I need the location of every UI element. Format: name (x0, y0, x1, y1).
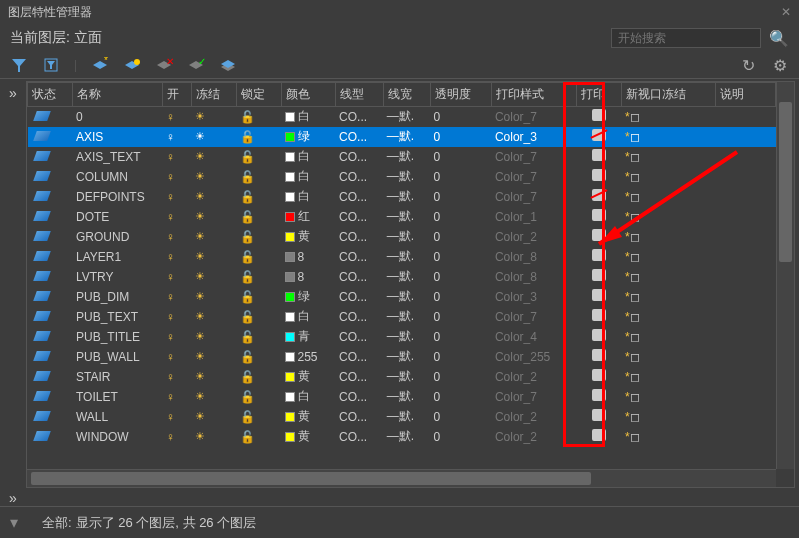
layer-name-cell[interactable]: AXIS_TEXT (72, 147, 162, 167)
lineweight-cell[interactable]: —默. (383, 127, 430, 147)
bulb-icon[interactable]: ♀ (162, 227, 191, 247)
lineweight-cell[interactable]: —默. (383, 307, 430, 327)
desc-cell[interactable] (716, 427, 776, 447)
new-vp-cell[interactable]: *◻ (621, 327, 715, 347)
plotstyle-cell[interactable]: Color_7 (491, 147, 576, 167)
new-vp-cell[interactable]: *◻ (621, 167, 715, 187)
new-vp-cell[interactable]: *◻ (621, 247, 715, 267)
plot-cell[interactable] (576, 367, 621, 387)
new-vp-cell[interactable]: *◻ (621, 187, 715, 207)
layer-row[interactable]: PUB_WALL ♀ ☀ 🔓 255 CO... —默. 0 Color_255… (28, 347, 776, 367)
color-cell[interactable]: 红 (281, 207, 336, 227)
lock-icon[interactable]: 🔓 (236, 267, 281, 287)
vertical-scrollbar[interactable] (776, 82, 794, 469)
linetype-cell[interactable]: CO... (336, 167, 384, 187)
col-lock[interactable]: 锁定 (236, 83, 281, 107)
search-box[interactable] (611, 28, 761, 48)
new-vp-cell[interactable]: *◻ (621, 107, 715, 127)
layer-name-cell[interactable]: PUB_WALL (72, 347, 162, 367)
lineweight-cell[interactable]: —默. (383, 147, 430, 167)
sun-icon[interactable]: ☀ (191, 227, 236, 247)
layer-name-cell[interactable]: GROUND (72, 227, 162, 247)
plot-cell[interactable] (576, 327, 621, 347)
settings-icon[interactable]: ⚙ (771, 56, 789, 74)
layer-name-cell[interactable]: AXIS (72, 127, 162, 147)
linetype-cell[interactable]: CO... (336, 247, 384, 267)
layer-row[interactable]: COLUMN ♀ ☀ 🔓 白 CO... —默. 0 Color_7 *◻ (28, 167, 776, 187)
sun-icon[interactable]: ☀ (191, 367, 236, 387)
bulb-icon[interactable]: ♀ (162, 147, 191, 167)
lock-icon[interactable]: 🔓 (236, 427, 281, 447)
linetype-cell[interactable]: CO... (336, 427, 384, 447)
plotstyle-cell[interactable]: Color_7 (491, 307, 576, 327)
delete-layer-icon[interactable]: ✕ (155, 56, 173, 74)
transparency-cell[interactable]: 0 (430, 107, 491, 127)
transparency-cell[interactable]: 0 (430, 227, 491, 247)
plot-cell[interactable] (576, 107, 621, 127)
layer-row[interactable]: 0 ♀ ☀ 🔓 白 CO... —默. 0 Color_7 *◻ (28, 107, 776, 127)
desc-cell[interactable] (716, 207, 776, 227)
set-current-icon[interactable]: ✓ (187, 56, 205, 74)
transparency-cell[interactable]: 0 (430, 387, 491, 407)
transparency-cell[interactable]: 0 (430, 127, 491, 147)
lock-icon[interactable]: 🔓 (236, 227, 281, 247)
transparency-cell[interactable]: 0 (430, 187, 491, 207)
lock-icon[interactable]: 🔓 (236, 327, 281, 347)
plot-cell[interactable] (576, 207, 621, 227)
linetype-cell[interactable]: CO... (336, 347, 384, 367)
bulb-icon[interactable]: ♀ (162, 127, 191, 147)
linetype-cell[interactable]: CO... (336, 267, 384, 287)
col-color[interactable]: 颜色 (281, 83, 336, 107)
sun-icon[interactable]: ☀ (191, 167, 236, 187)
lock-icon[interactable]: 🔓 (236, 187, 281, 207)
linetype-cell[interactable]: CO... (336, 187, 384, 207)
layer-name-cell[interactable]: DEFPOINTS (72, 187, 162, 207)
layer-name-cell[interactable]: 0 (72, 107, 162, 127)
desc-cell[interactable] (716, 307, 776, 327)
new-vp-cell[interactable]: *◻ (621, 407, 715, 427)
transparency-cell[interactable]: 0 (430, 147, 491, 167)
plotstyle-cell[interactable]: Color_3 (491, 287, 576, 307)
desc-cell[interactable] (716, 347, 776, 367)
layer-states-icon[interactable] (219, 56, 237, 74)
layer-row[interactable]: PUB_TITLE ♀ ☀ 🔓 青 CO... —默. 0 Color_4 *◻ (28, 327, 776, 347)
collapse-bottom-icon[interactable]: » (0, 490, 26, 506)
desc-cell[interactable] (716, 227, 776, 247)
color-cell[interactable]: 黄 (281, 227, 336, 247)
transparency-cell[interactable]: 0 (430, 427, 491, 447)
color-cell[interactable]: 黄 (281, 407, 336, 427)
layer-row[interactable]: AXIS_TEXT ♀ ☀ 🔓 白 CO... —默. 0 Color_7 *◻ (28, 147, 776, 167)
layer-row[interactable]: TOILET ♀ ☀ 🔓 白 CO... —默. 0 Color_7 *◻ (28, 387, 776, 407)
desc-cell[interactable] (716, 387, 776, 407)
lineweight-cell[interactable]: —默. (383, 247, 430, 267)
transparency-cell[interactable]: 0 (430, 247, 491, 267)
filter-status-icon[interactable]: ▾ (10, 513, 18, 532)
plotstyle-cell[interactable]: Color_8 (491, 247, 576, 267)
bulb-icon[interactable]: ♀ (162, 247, 191, 267)
lineweight-cell[interactable]: —默. (383, 327, 430, 347)
linetype-cell[interactable]: CO... (336, 107, 384, 127)
new-vp-cell[interactable]: *◻ (621, 267, 715, 287)
plot-cell[interactable] (576, 167, 621, 187)
new-vp-cell[interactable]: *◻ (621, 127, 715, 147)
lock-icon[interactable]: 🔓 (236, 287, 281, 307)
color-cell[interactable]: 绿 (281, 127, 336, 147)
col-transparency[interactable]: 透明度 (430, 83, 491, 107)
plotstyle-cell[interactable]: Color_2 (491, 367, 576, 387)
filter-icon[interactable] (10, 56, 28, 74)
layer-row[interactable]: LVTRY ♀ ☀ 🔓 8 CO... —默. 0 Color_8 *◻ (28, 267, 776, 287)
lock-icon[interactable]: 🔓 (236, 107, 281, 127)
transparency-cell[interactable]: 0 (430, 347, 491, 367)
lock-icon[interactable]: 🔓 (236, 307, 281, 327)
desc-cell[interactable] (716, 187, 776, 207)
lineweight-cell[interactable]: —默. (383, 407, 430, 427)
filter-state-icon[interactable] (42, 56, 60, 74)
transparency-cell[interactable]: 0 (430, 367, 491, 387)
desc-cell[interactable] (716, 247, 776, 267)
linetype-cell[interactable]: CO... (336, 327, 384, 347)
bulb-icon[interactable]: ♀ (162, 267, 191, 287)
new-vp-cell[interactable]: *◻ (621, 307, 715, 327)
lock-icon[interactable]: 🔓 (236, 147, 281, 167)
plotstyle-cell[interactable]: Color_2 (491, 227, 576, 247)
transparency-cell[interactable]: 0 (430, 167, 491, 187)
